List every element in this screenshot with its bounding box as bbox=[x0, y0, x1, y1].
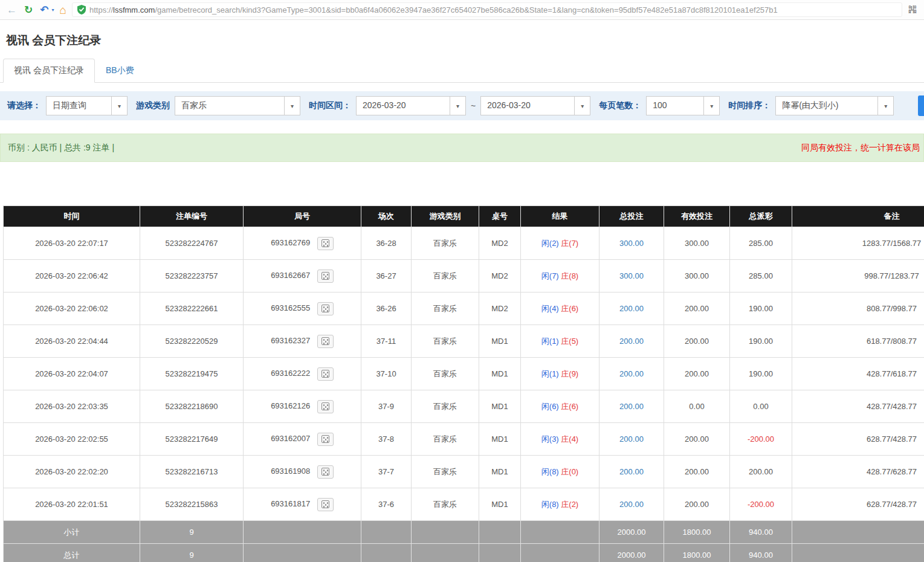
cell-game-type: 百家乐 bbox=[412, 260, 479, 292]
cell-session: 36-28 bbox=[361, 227, 412, 260]
cell-time: 2026-03-20 22:06:42 bbox=[4, 260, 140, 292]
subtotal-empty-cell bbox=[244, 521, 361, 544]
header-time: 时间 bbox=[4, 206, 140, 227]
result-banker: 庄(6) bbox=[561, 402, 578, 411]
total-empty-cell bbox=[361, 544, 412, 562]
cell-result: 闲(4) 庄(6) bbox=[521, 292, 599, 325]
cell-bet-id: 523282218690 bbox=[140, 390, 244, 423]
cell-time: 2026-03-20 22:06:02 bbox=[4, 292, 140, 325]
cell-remark: 428.77/628.77 bbox=[792, 456, 924, 488]
round-detail-button[interactable] bbox=[317, 465, 334, 479]
cell-table-no: MD2 bbox=[479, 260, 521, 292]
cell-total-bet[interactable]: 200.00 bbox=[599, 358, 664, 390]
header-session: 场次 bbox=[361, 206, 412, 227]
cell-remark: 628.77/428.77 bbox=[792, 423, 924, 456]
cell-remark: 628.77/428.77 bbox=[792, 488, 924, 521]
subtotal-empty-cell bbox=[521, 521, 599, 544]
query-type-value: 日期查询 bbox=[47, 97, 111, 115]
cell-bet-id: 523282220529 bbox=[140, 325, 244, 358]
result-player: 闲(8) bbox=[541, 500, 559, 509]
tab-bet-records[interactable]: 视讯 会员下注纪录 bbox=[3, 59, 95, 83]
cell-remark: 618.77/808.77 bbox=[792, 325, 924, 358]
cell-session: 36-26 bbox=[361, 292, 412, 325]
round-detail-button[interactable] bbox=[317, 270, 334, 283]
cell-total-bet[interactable]: 300.00 bbox=[599, 260, 664, 292]
cell-table-no: MD2 bbox=[479, 292, 521, 325]
cell-round: 693161908 bbox=[244, 456, 361, 488]
page-size-select[interactable]: 100 ▾ bbox=[646, 96, 720, 115]
result-banker: 庄(0) bbox=[561, 467, 578, 476]
cell-total-bet[interactable]: 200.00 bbox=[599, 456, 664, 488]
undo-icon[interactable]: ↶ bbox=[38, 5, 50, 15]
query-type-select[interactable]: 日期查询 ▾ bbox=[46, 96, 128, 115]
cell-time: 2026-03-20 22:02:20 bbox=[4, 456, 140, 488]
result-banker: 庄(6) bbox=[561, 304, 578, 313]
dice-icon bbox=[321, 468, 329, 476]
date-to-input[interactable]: 2026-03-20 ▾ bbox=[480, 96, 590, 115]
refresh-icon[interactable]: ↻ bbox=[22, 5, 34, 15]
table-row: 2026-03-20 22:04:07 523282219475 6931622… bbox=[4, 358, 924, 390]
round-detail-button[interactable] bbox=[317, 433, 334, 446]
cell-total-bet[interactable]: 200.00 bbox=[599, 390, 664, 423]
cell-session: 37-6 bbox=[361, 488, 412, 521]
cell-valid-bet: 300.00 bbox=[664, 260, 730, 292]
round-detail-button[interactable] bbox=[317, 237, 334, 250]
cell-table-no: MD1 bbox=[479, 488, 521, 521]
cell-total-bet[interactable]: 300.00 bbox=[599, 227, 664, 260]
cell-total-bet[interactable]: 200.00 bbox=[599, 488, 664, 521]
subtotal-empty-cell bbox=[792, 521, 924, 544]
tab-bb-tip[interactable]: BB小费 bbox=[95, 59, 145, 83]
game-type-select[interactable]: 百家乐 ▾ bbox=[175, 96, 300, 115]
cell-valid-bet: 200.00 bbox=[664, 292, 730, 325]
url-scheme: https:// bbox=[89, 5, 113, 15]
cell-result: 闲(7) 庄(8) bbox=[521, 260, 599, 292]
back-icon[interactable]: ← bbox=[5, 5, 19, 15]
total-count: 9 bbox=[140, 544, 244, 562]
time-range-label: 时间区间： bbox=[309, 100, 351, 111]
round-detail-button[interactable] bbox=[317, 302, 334, 315]
header-game-type: 游戏类别 bbox=[412, 206, 479, 227]
dice-icon bbox=[321, 500, 329, 508]
cell-payout: 285.00 bbox=[730, 260, 792, 292]
cell-total-bet[interactable]: 200.00 bbox=[599, 292, 664, 325]
browser-toolbar: ← ↻ ↶ ▾ ⌂ https://lssfmm.com/game/betrec… bbox=[0, 0, 924, 20]
cell-result: 闲(1) 庄(5) bbox=[521, 325, 599, 358]
url-path: /game/betrecord_search/kind3?GameType=30… bbox=[155, 5, 777, 15]
table-header-row: 时间 注单编号 局号 场次 游戏类别 桌号 结果 总投注 有效投注 总派彩 备注 bbox=[4, 206, 924, 227]
round-detail-button[interactable] bbox=[317, 400, 334, 413]
undo-dropdown-caret[interactable]: ▾ bbox=[52, 7, 54, 13]
cell-result: 闲(1) 庄(9) bbox=[521, 358, 599, 390]
total-empty-cell bbox=[479, 544, 521, 562]
cell-result: 闲(6) 庄(6) bbox=[521, 390, 599, 423]
subtotal-label: 小计 bbox=[4, 521, 140, 544]
cell-session: 37-10 bbox=[361, 358, 412, 390]
cell-total-bet[interactable]: 200.00 bbox=[599, 423, 664, 456]
round-detail-button[interactable] bbox=[317, 498, 334, 511]
total-empty-cell bbox=[792, 544, 924, 562]
round-detail-button[interactable] bbox=[317, 367, 334, 381]
subtotal-empty-cell bbox=[479, 521, 521, 544]
table-row: 2026-03-20 22:06:02 523282222661 6931625… bbox=[4, 292, 924, 325]
result-banker: 庄(9) bbox=[561, 369, 578, 378]
dice-icon bbox=[321, 370, 329, 378]
url-bar[interactable]: https://lssfmm.com/game/betrecord_search… bbox=[72, 2, 902, 17]
date-from-input[interactable]: 2026-03-20 ▾ bbox=[356, 96, 466, 115]
cell-result: 闲(8) 庄(0) bbox=[521, 456, 599, 488]
cell-session: 37-7 bbox=[361, 456, 412, 488]
table-row: 2026-03-20 22:02:55 523282217649 6931620… bbox=[4, 423, 924, 456]
header-valid-bet: 有效投注 bbox=[664, 206, 730, 227]
result-banker: 庄(2) bbox=[561, 500, 578, 509]
header-bet-id: 注单编号 bbox=[140, 206, 244, 227]
cell-table-no: MD1 bbox=[479, 390, 521, 423]
filter-bar: 请选择： 日期查询 ▾ 游戏类别 百家乐 ▾ 时间区间： 2026-03-20 … bbox=[0, 91, 924, 120]
home-icon[interactable]: ⌂ bbox=[58, 4, 68, 16]
extension-icon[interactable]: 嘂 bbox=[906, 4, 919, 15]
cell-time: 2026-03-20 22:04:07 bbox=[4, 358, 140, 390]
cell-total-bet[interactable]: 200.00 bbox=[599, 325, 664, 358]
cell-time: 2026-03-20 22:04:44 bbox=[4, 325, 140, 358]
round-detail-button[interactable] bbox=[317, 335, 334, 348]
table-row: 2026-03-20 22:01:51 523282215863 6931618… bbox=[4, 488, 924, 521]
sort-order-select[interactable]: 降幂(由大到小) ▾ bbox=[775, 96, 894, 115]
search-button[interactable] bbox=[918, 95, 924, 116]
subtotal-total-bet: 2000.00 bbox=[599, 521, 664, 544]
